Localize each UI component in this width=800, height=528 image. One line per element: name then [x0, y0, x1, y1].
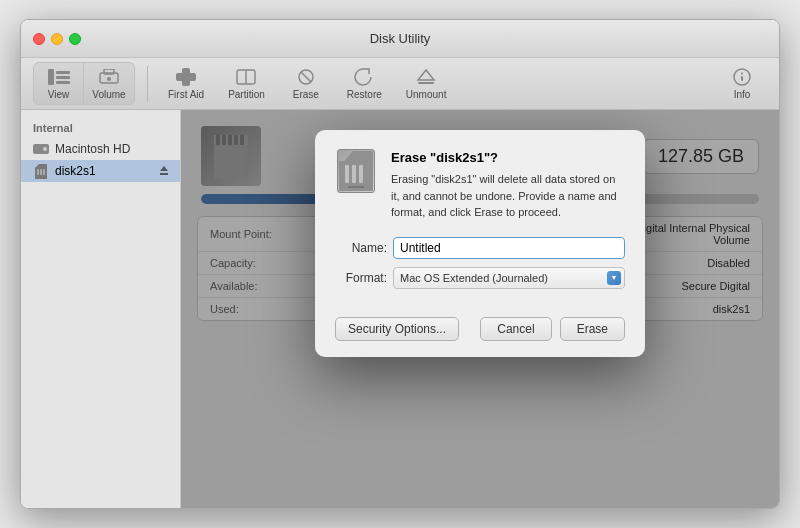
info-icon: [729, 67, 755, 87]
sidebar: Internal Macintosh HD: [21, 110, 181, 508]
partition-icon: [233, 67, 259, 87]
main-area: Internal Macintosh HD: [21, 110, 779, 508]
disk2s1-label: disk2s1: [55, 164, 96, 178]
unmount-icon: [413, 67, 439, 87]
svg-rect-20: [37, 169, 39, 175]
svg-rect-30: [345, 165, 349, 183]
svg-rect-31: [352, 165, 356, 183]
erase-confirm-button[interactable]: Erase: [560, 317, 625, 341]
svg-rect-3: [56, 81, 70, 84]
dialog-text: Erase "disk2s1"? Erasing "disk2s1" will …: [391, 150, 625, 221]
svg-rect-21: [40, 169, 42, 175]
toolbar: View Volume Fir: [21, 58, 779, 110]
svg-line-12: [301, 72, 311, 82]
erase-dialog: Erase "disk2s1"? Erasing "disk2s1" will …: [315, 130, 645, 357]
window-title: Disk Utility: [370, 31, 431, 46]
eject-icon: [160, 166, 168, 176]
first-aid-icon: [173, 67, 199, 87]
erase-button[interactable]: Erase: [281, 63, 331, 104]
sidebar-section-internal: Internal: [21, 118, 180, 138]
security-options-button[interactable]: Security Options...: [335, 317, 459, 341]
cancel-button[interactable]: Cancel: [480, 317, 551, 341]
svg-marker-23: [160, 166, 168, 171]
content-area: 127.85 GB Mount Point: /Volumes/Untitled…: [181, 110, 779, 508]
dialog-buttons: Security Options... Cancel Erase: [315, 309, 645, 357]
erase-icon: [293, 67, 319, 87]
app-window: Disk Utility View: [20, 19, 780, 509]
format-field-row: Format: Mac OS Extended (Journaled) Mac …: [335, 267, 625, 289]
format-select[interactable]: Mac OS Extended (Journaled) Mac OS Exten…: [393, 267, 625, 289]
svg-rect-24: [160, 173, 168, 175]
view-label: View: [48, 89, 70, 100]
svg-rect-14: [418, 82, 434, 84]
svg-rect-0: [48, 69, 54, 85]
unmount-button[interactable]: Unmount: [398, 63, 455, 104]
traffic-lights: [33, 33, 81, 45]
svg-rect-17: [741, 76, 743, 81]
maximize-button[interactable]: [69, 33, 81, 45]
titlebar: Disk Utility: [21, 20, 779, 58]
svg-point-19: [43, 147, 47, 151]
svg-rect-5: [104, 69, 114, 74]
dialog-form: Name: Format: Mac OS Extended (Journaled…: [315, 237, 645, 309]
svg-rect-22: [43, 169, 45, 175]
toolbar-sep-1: [147, 66, 148, 102]
view-button[interactable]: View: [34, 63, 84, 104]
sidebar-item-macintosh-hd[interactable]: Macintosh HD: [21, 138, 180, 160]
sidebar-item-disk2s1[interactable]: disk2s1: [21, 160, 180, 182]
volume-button[interactable]: Volume: [84, 63, 134, 104]
erase-label: Erase: [293, 89, 319, 100]
name-field-label: Name:: [335, 241, 387, 255]
macintosh-hd-label: Macintosh HD: [55, 142, 130, 156]
restore-label: Restore: [347, 89, 382, 100]
partition-button[interactable]: Partition: [220, 63, 273, 104]
view-volume-group: View Volume: [33, 62, 135, 105]
dialog-header: Erase "disk2s1"? Erasing "disk2s1" will …: [315, 130, 645, 237]
minimize-button[interactable]: [51, 33, 63, 45]
unmount-label: Unmount: [406, 89, 447, 100]
svg-marker-13: [418, 70, 434, 80]
name-input[interactable]: [393, 237, 625, 259]
dialog-disk-icon: [335, 150, 377, 192]
svg-rect-1: [56, 71, 70, 74]
dialog-sd-card: [337, 149, 375, 193]
restore-icon: [351, 67, 377, 87]
info-label: Info: [734, 89, 751, 100]
disk-icon: [33, 141, 49, 157]
svg-rect-8: [176, 73, 196, 81]
svg-point-16: [741, 73, 743, 75]
svg-rect-32: [359, 165, 363, 183]
volume-icon: [96, 67, 122, 87]
view-icon: [46, 67, 72, 87]
dialog-message: Erasing "disk2s1" will delete all data s…: [391, 171, 625, 221]
dialog-overlay: Erase "disk2s1"? Erasing "disk2s1" will …: [181, 110, 779, 508]
svg-point-6: [107, 77, 111, 81]
dialog-title: Erase "disk2s1"?: [391, 150, 625, 165]
sd-card-icon: [33, 163, 49, 179]
name-field-row: Name:: [335, 237, 625, 259]
svg-rect-2: [56, 76, 70, 79]
restore-button[interactable]: Restore: [339, 63, 390, 104]
format-field-label: Format:: [335, 271, 387, 285]
first-aid-label: First Aid: [168, 89, 204, 100]
info-button[interactable]: Info: [717, 63, 767, 104]
first-aid-button[interactable]: First Aid: [160, 63, 212, 104]
close-button[interactable]: [33, 33, 45, 45]
partition-label: Partition: [228, 89, 265, 100]
volume-label: Volume: [92, 89, 125, 100]
format-select-wrap: Mac OS Extended (Journaled) Mac OS Exten…: [393, 267, 625, 289]
